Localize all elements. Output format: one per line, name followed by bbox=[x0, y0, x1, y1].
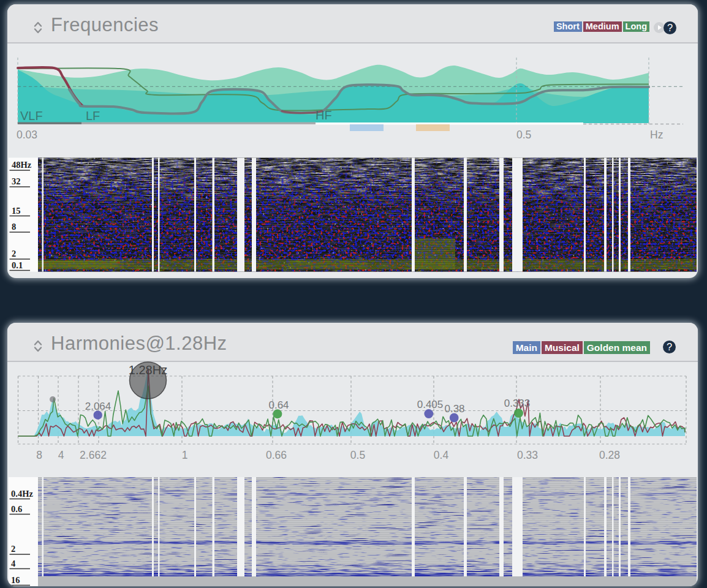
svg-text:8: 8 bbox=[12, 222, 16, 232]
svg-text:15: 15 bbox=[12, 206, 21, 216]
svg-text:0.64: 0.64 bbox=[268, 399, 289, 411]
svg-text:2.662: 2.662 bbox=[80, 449, 107, 461]
svg-text:0.333: 0.333 bbox=[504, 398, 531, 409]
svg-text:LF: LF bbox=[86, 109, 100, 123]
svg-text:0.4: 0.4 bbox=[434, 449, 449, 461]
svg-text:32: 32 bbox=[12, 176, 21, 186]
svg-text:2: 2 bbox=[11, 544, 15, 554]
svg-text:0.405: 0.405 bbox=[417, 399, 444, 410]
svg-text:1: 1 bbox=[182, 449, 188, 461]
svg-text:0.4Hz: 0.4Hz bbox=[11, 489, 33, 499]
svg-text:0.66: 0.66 bbox=[266, 449, 287, 461]
svg-text:0.38: 0.38 bbox=[444, 403, 464, 415]
svg-text:0.1: 0.1 bbox=[12, 260, 23, 270]
svg-text:0.5: 0.5 bbox=[516, 129, 531, 141]
svg-text:HF: HF bbox=[316, 108, 332, 122]
svg-text:16: 16 bbox=[11, 575, 20, 585]
svg-text:2.064: 2.064 bbox=[85, 401, 112, 412]
svg-text:0.6: 0.6 bbox=[11, 504, 22, 514]
svg-text:4: 4 bbox=[58, 449, 64, 461]
svg-text:0.28: 0.28 bbox=[599, 449, 620, 461]
svg-text:2: 2 bbox=[12, 249, 16, 258]
svg-text:8: 8 bbox=[36, 449, 42, 461]
svg-text:0.5: 0.5 bbox=[350, 449, 365, 461]
svg-text:48Hz: 48Hz bbox=[12, 160, 32, 170]
svg-text:VLF: VLF bbox=[20, 109, 43, 123]
svg-text:0.33: 0.33 bbox=[517, 449, 538, 461]
svg-text:0.03: 0.03 bbox=[17, 129, 37, 141]
svg-text:Hz: Hz bbox=[650, 129, 663, 141]
svg-text:1.28Hz: 1.28Hz bbox=[129, 363, 167, 377]
svg-text:4: 4 bbox=[11, 559, 15, 568]
